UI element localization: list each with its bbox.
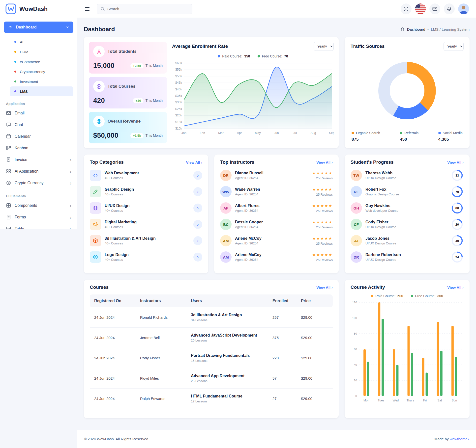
chevron-right-icon: › — [331, 160, 333, 164]
traffic-title: Traffic Sources — [351, 44, 385, 49]
sidebar-item-icon — [6, 203, 11, 208]
student-progress-row: TW Theresa Webb UI/UX Design Course 33 — [351, 169, 464, 182]
sidebar-item-label: Ai Application — [15, 169, 38, 174]
sidebar-item[interactable]: Table › — [0, 223, 77, 229]
students-progress-view-all[interactable]: View All› — [447, 160, 464, 164]
svg-text:$30k: $30k — [175, 101, 182, 104]
svg-text:Aug: Aug — [310, 131, 316, 135]
legend-value: 500 — [397, 294, 403, 298]
top-instructors-view-all[interactable]: View All› — [316, 160, 333, 164]
course-date: 24 Jun 2024 — [94, 376, 140, 380]
sidebar-item[interactable]: Ai Application › — [0, 165, 77, 177]
sidebar-item[interactable]: Kanban — [0, 142, 77, 154]
course-instructor: Ronald Richards — [140, 315, 191, 319]
sidebar-subitem[interactable]: eCommerce — [10, 57, 73, 67]
page-title: Dashboard — [84, 26, 115, 33]
sidebar-subitem[interactable]: Investment — [10, 77, 73, 86]
language-flag-button[interactable] — [415, 3, 426, 14]
svg-text:Sep: Sep — [329, 131, 334, 135]
student-course: Web developer Course — [365, 209, 398, 212]
progress-ring: 33 — [451, 169, 464, 182]
category-open-button[interactable]: › — [193, 236, 202, 245]
breadcrumb-home[interactable]: Dashboard — [407, 27, 425, 31]
stat-change-badge: +1.5k — [130, 133, 144, 138]
bullet-dot-icon — [14, 41, 16, 43]
legend-value: 350 — [244, 54, 250, 58]
category-open-button[interactable]: › — [193, 253, 202, 262]
chevron-right-icon: › — [201, 160, 202, 164]
category-open-button[interactable]: › — [193, 171, 202, 180]
svg-text:Thurs: Thurs — [407, 399, 414, 402]
category-row: Logo Design 40+ Courses › — [90, 251, 202, 264]
course-date: 24 Jun 2024 — [94, 396, 140, 401]
avatar: JJ — [351, 235, 362, 246]
svg-text:$60k: $60k — [175, 61, 182, 65]
category-course-count: 40+ Courses — [105, 192, 134, 196]
brand[interactable]: WowDash — [0, 0, 77, 18]
student-name: Theresa Webb — [365, 171, 396, 175]
stat-label: Total Courses — [108, 84, 135, 89]
category-open-button[interactable]: › — [193, 220, 202, 229]
avatar: BC — [220, 219, 232, 230]
student-name: Cody Fisher — [365, 220, 396, 224]
sidebar-item-dashboard[interactable]: Dashboard — [4, 22, 73, 33]
category-open-button[interactable]: › — [193, 204, 202, 212]
svg-text:Mon: Mon — [363, 399, 369, 402]
sidebar-item[interactable]: Chat — [0, 119, 77, 131]
menu-toggle-button[interactable] — [84, 6, 90, 12]
category-open-button[interactable]: › — [193, 187, 202, 196]
topbar-actions — [401, 3, 469, 14]
instructor-agent-id: Agent ID: 36254 — [235, 225, 263, 229]
stat-icon — [93, 81, 105, 92]
courses-title: Courses — [90, 285, 109, 290]
category-icon — [90, 235, 101, 246]
course-activity-view-all[interactable]: View All› — [447, 285, 464, 290]
breadcrumb-current: LMS / Learning System — [431, 27, 470, 31]
sidebar-subitem[interactable]: Cryptocurrency — [10, 67, 73, 77]
top-categories-view-all[interactable]: View All› — [186, 160, 202, 164]
sidebar-subitem[interactable]: AI — [10, 37, 73, 47]
sidebar-item[interactable]: Components › — [0, 200, 77, 211]
sidebar-subitem[interactable]: CRM — [10, 47, 73, 57]
svg-text:Jul: Jul — [293, 131, 297, 135]
rating-stars-icon: ★★★★★ — [312, 220, 333, 224]
sidebar-item-label: Invoice — [15, 158, 27, 162]
instructor-row: AF Albert Flores Agent ID: 36254 ★★★★★ 2… — [220, 202, 333, 214]
bullet-dot-icon — [14, 61, 16, 63]
dashboard-icon — [8, 25, 13, 30]
course-instructor: Jerome Bell — [140, 336, 191, 340]
course-lessons: 25 Lessons — [191, 379, 272, 383]
theme-toggle-button[interactable] — [401, 3, 412, 14]
svg-text:$25k: $25k — [175, 107, 182, 111]
top-instructors-title: Top Instructors — [220, 159, 254, 165]
wowtheme7-link[interactable]: wowtheme7 — [450, 437, 470, 441]
svg-text:Fri: Fri — [423, 399, 427, 402]
messages-button[interactable] — [429, 3, 440, 14]
courses-view-all[interactable]: View All› — [316, 285, 333, 290]
brand-name: WowDash — [19, 5, 48, 12]
sidebar-item[interactable]: Invoice › — [0, 154, 77, 165]
legend-value: 300 — [437, 294, 443, 298]
traffic-legend-item: Organic Search 875 — [352, 131, 380, 142]
sidebar-subitem-label: eCommerce — [20, 60, 40, 64]
traffic-period-select[interactable]: Yearly — [444, 42, 464, 51]
search-input[interactable] — [107, 7, 189, 11]
legend-dot-icon — [438, 132, 441, 134]
stat-card: Overall Revenue $50,000 +1.5k This Month — [89, 112, 167, 143]
sidebar-item[interactable]: Calendar — [0, 131, 77, 142]
category-title: Web Development — [105, 171, 139, 175]
svg-text:60: 60 — [354, 348, 357, 351]
sidebar-item[interactable]: Crypto Currency › — [0, 177, 77, 189]
traffic-legend-item: Social Media 4,305 — [438, 131, 463, 142]
sidebar-subitem[interactable]: LMS — [10, 86, 73, 96]
enrollment-period-select[interactable]: Yearly — [314, 42, 334, 51]
svg-text:100: 100 — [352, 316, 357, 319]
table-row: 24 Jun 2024 Floyd Miles Advanced App Dev… — [90, 368, 333, 389]
instructor-name: Albert Flores — [235, 204, 260, 208]
profile-avatar[interactable] — [458, 3, 469, 14]
sidebar-item[interactable]: Forms › — [0, 211, 77, 223]
chevron-down-icon — [65, 25, 69, 29]
notifications-button[interactable] — [444, 3, 455, 14]
sidebar-item[interactable]: Email — [0, 107, 77, 119]
legend-item: Free Course: 70 — [258, 54, 288, 58]
